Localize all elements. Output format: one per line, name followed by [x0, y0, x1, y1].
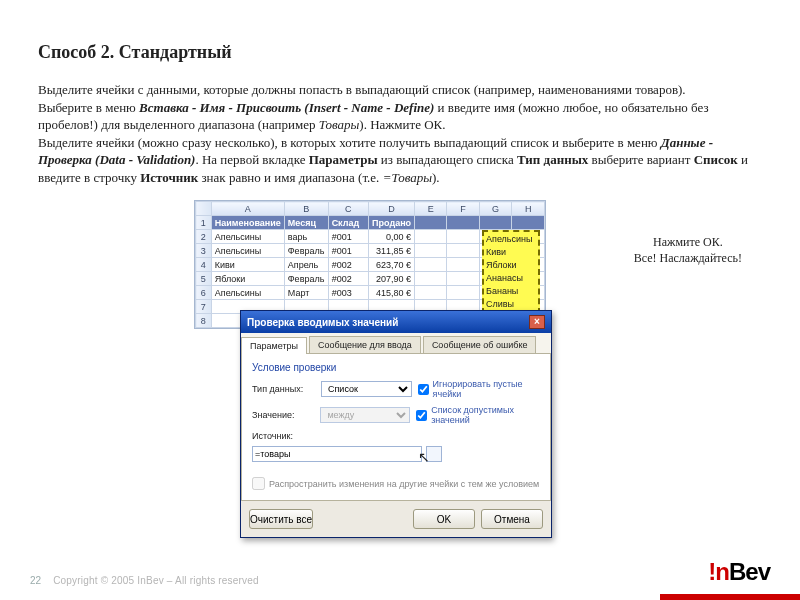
cell: Апельсины	[211, 286, 284, 300]
cell: варь	[284, 230, 328, 244]
cell: #002	[328, 258, 368, 272]
list-item: Яблоки	[486, 259, 536, 272]
logo-bev: Bev	[729, 558, 770, 585]
field-name: Тип данных	[517, 152, 588, 167]
ignore-blank-checkbox[interactable]: Игнорировать пустые ячейки	[418, 379, 540, 399]
brand-accent-bar	[660, 594, 800, 600]
cell: #002	[328, 272, 368, 286]
cell: #003	[328, 286, 368, 300]
in-cell-dropdown-checkbox[interactable]: Список допустимых значений	[416, 405, 540, 425]
list-item: Киви	[486, 246, 536, 259]
clear-all-button[interactable]: Очистить все	[249, 509, 313, 529]
field-name: Источник	[140, 170, 198, 185]
col-header: E	[415, 202, 447, 216]
caption-line: Все! Наслаждайтесь!	[634, 250, 742, 266]
col-header: A	[211, 202, 284, 216]
source-label: Источник:	[252, 431, 293, 441]
text: из выпадающего списка	[378, 152, 517, 167]
cell: Киви	[211, 258, 284, 272]
dialog-tabs: Параметры Сообщение для ввода Сообщение …	[241, 333, 551, 353]
option-name: Список	[694, 152, 738, 167]
formula-example: =Товары	[383, 170, 432, 185]
copyright: Copyright © 2005 InBev – All rights rese…	[53, 575, 259, 586]
checkbox-icon	[252, 477, 265, 490]
text: выберите вариант	[588, 152, 693, 167]
propagate-checkbox[interactable]: Распространить изменения на другие ячейк…	[252, 477, 540, 490]
header-cell: Склад	[328, 216, 368, 230]
tab-name: Параметры	[309, 152, 378, 167]
cell: #001	[328, 244, 368, 258]
type-select[interactable]: Список	[321, 381, 412, 397]
cell: Апельсины	[211, 230, 284, 244]
corner-cell	[196, 202, 212, 216]
list-item: Бананы	[486, 285, 536, 298]
range-name-example: Товары	[319, 117, 360, 132]
col-header: D	[369, 202, 415, 216]
cell: 623,70 €	[369, 258, 415, 272]
screenshot-figure: A B C D E F G H 1 Наименование Месяц Скл…	[194, 200, 546, 329]
checkbox-label: Список допустимых значений	[431, 405, 540, 425]
col-header: G	[479, 202, 512, 216]
header-cell: Месяц	[284, 216, 328, 230]
table-header-row: 1 Наименование Месяц Склад Продано	[196, 216, 545, 230]
header-cell: Продано	[369, 216, 415, 230]
cell: Апрель	[284, 258, 328, 272]
ok-button[interactable]: OK	[413, 509, 475, 529]
text: ). Нажмите ОК.	[359, 117, 445, 132]
cell: 207,90 €	[369, 272, 415, 286]
text: ).	[432, 170, 440, 185]
text: Выделите ячейки с данными, которые должн…	[38, 82, 686, 97]
list-item: Апельсины	[486, 233, 536, 246]
text: знак равно и имя диапазона (т.е.	[198, 170, 382, 185]
type-label: Тип данных:	[252, 384, 315, 394]
body-paragraph: Выделите ячейки с данными, которые должн…	[38, 81, 762, 186]
cancel-button[interactable]: Отмена	[481, 509, 543, 529]
cell: 311,85 €	[369, 244, 415, 258]
checkbox-icon[interactable]	[416, 410, 427, 421]
checkbox-label: Игнорировать пустые ячейки	[433, 379, 540, 399]
caption-line: Нажмите ОК.	[634, 234, 742, 250]
cell: Март	[284, 286, 328, 300]
fieldset-title: Условие проверки	[252, 362, 540, 373]
cell: Февраль	[284, 244, 328, 258]
col-header: H	[512, 202, 545, 216]
inbev-logo: !nBev	[708, 558, 770, 586]
data-validation-dialog: Проверка вводимых значений × Параметры С…	[240, 310, 552, 538]
menu-path: Вставка - Имя - Присвоить (Insert - Name…	[139, 100, 434, 115]
cell: Февраль	[284, 272, 328, 286]
list-item: Ананасы	[486, 272, 536, 285]
checkbox-icon[interactable]	[418, 384, 429, 395]
text: Выделите ячейки (можно сразу несколько),…	[38, 135, 661, 150]
header-cell: Наименование	[211, 216, 284, 230]
column-headers: A B C D E F G H	[196, 202, 545, 216]
col-header: B	[284, 202, 328, 216]
logo-n: n	[715, 558, 729, 585]
col-header: F	[447, 202, 479, 216]
close-icon[interactable]: ×	[529, 315, 545, 329]
checkbox-label: Распространить изменения на другие ячейк…	[269, 479, 539, 489]
figure-caption: Нажмите ОК. Все! Наслаждайтесь!	[634, 234, 742, 296]
value-label: Значение:	[252, 410, 314, 420]
cell: Апельсины	[211, 244, 284, 258]
page-number: 22	[30, 575, 41, 586]
page-title: Способ 2. Стандартный	[38, 42, 762, 63]
cell: #001	[328, 230, 368, 244]
cell: 0,00 €	[369, 230, 415, 244]
text: . На первой вкладке	[195, 152, 308, 167]
tab-error-alert[interactable]: Сообщение об ошибке	[423, 336, 537, 353]
dialog-title: Проверка вводимых значений	[247, 317, 398, 328]
cell: Яблоки	[211, 272, 284, 286]
dialog-titlebar[interactable]: Проверка вводимых значений ×	[241, 311, 551, 333]
named-range-selection: Апельсины Киви Яблоки Ананасы Бананы Сли…	[482, 230, 540, 314]
source-input[interactable]	[252, 446, 422, 462]
col-header: C	[328, 202, 368, 216]
cell: 415,80 €	[369, 286, 415, 300]
tab-input-message[interactable]: Сообщение для ввода	[309, 336, 421, 353]
tab-parameters[interactable]: Параметры	[241, 337, 307, 354]
value-select: между	[320, 407, 410, 423]
row-number: 1	[196, 216, 212, 230]
cursor-icon: ↖	[418, 449, 430, 465]
slide-footer: 22 Copyright © 2005 InBev – All rights r…	[0, 558, 800, 586]
text: Выберите в меню	[38, 100, 139, 115]
